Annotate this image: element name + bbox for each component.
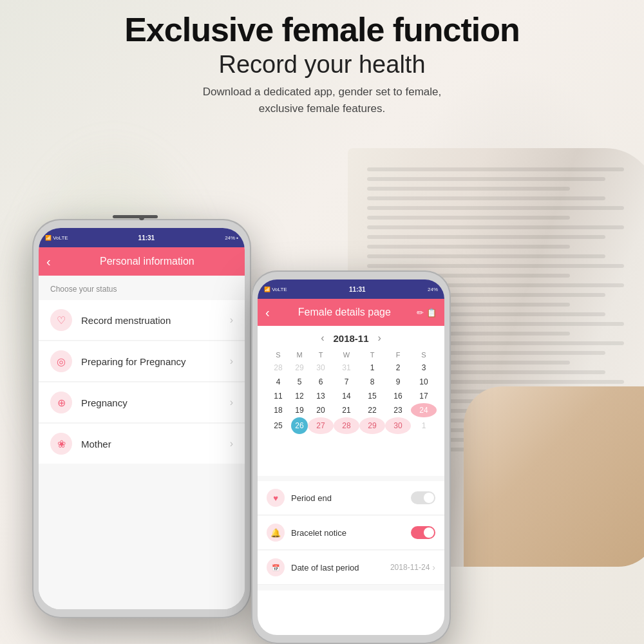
pregnancy-prep-icon <box>50 350 72 372</box>
cal-day[interactable]: 8 <box>359 375 385 389</box>
period-end-icon <box>267 489 285 507</box>
menu-item-preparing-for-pregnancy[interactable]: Preparing for Pregnancy › <box>39 341 245 382</box>
menu-item-pregnancy[interactable]: Pregnancy › <box>39 383 245 423</box>
day-header-t1: T <box>308 349 334 361</box>
period-end-toggle[interactable] <box>411 491 435 504</box>
cal-day[interactable]: 16 <box>385 389 411 403</box>
cal-day[interactable]: 9 <box>385 375 411 389</box>
page-title: Exclusive female function <box>0 12 644 48</box>
cal-day[interactable]: 23 <box>385 403 411 417</box>
left-status-signal: 📶 VoLTE <box>45 235 68 241</box>
left-header-bar: ‹ Personal information <box>39 247 245 276</box>
cal-day[interactable]: 6 <box>308 375 334 389</box>
bracelet-notice-toggle[interactable] <box>411 526 435 539</box>
calendar-icon[interactable]: 📋 <box>426 308 437 317</box>
left-header-title: Personal information <box>57 256 237 267</box>
left-status-time: 11:31 <box>138 234 155 242</box>
left-status-battery: 24% ▪ <box>225 235 238 241</box>
cal-day[interactable]: 28 <box>265 361 291 375</box>
right-status-signal: 📶 VoLTE <box>264 287 287 292</box>
cal-day[interactable]: 11 <box>265 389 291 403</box>
cal-day-28[interactable]: 28 <box>334 417 359 434</box>
menu-label-pregnancy: Pregnancy <box>81 397 230 408</box>
cal-week-2: 4 5 6 7 8 9 10 <box>265 375 437 389</box>
left-phone-screen: 📶 VoLTE 11:31 24% ▪ ‹ Personal informati… <box>39 228 245 609</box>
right-status-time: 11:31 <box>349 286 366 293</box>
cal-week-1: 28 29 30 31 1 2 3 <box>265 361 437 375</box>
detail-item-last-period-date[interactable]: Date of last period 2018-11-24 › <box>258 551 444 585</box>
right-back-button[interactable]: ‹ <box>265 305 270 320</box>
period-end-label: Period end <box>291 493 411 503</box>
right-header-title: Female details page <box>276 307 413 318</box>
cal-day[interactable]: 21 <box>334 403 359 417</box>
cal-day[interactable]: 3 <box>411 361 437 375</box>
cal-day[interactable]: 13 <box>308 389 334 403</box>
cal-day[interactable]: 19 <box>291 403 308 417</box>
speaker-bar <box>113 215 158 218</box>
cal-day[interactable]: 15 <box>359 389 385 403</box>
calendar-grid: S M T W T F S 28 29 30 <box>265 349 437 434</box>
cal-day[interactable]: 14 <box>334 389 359 403</box>
cal-day-30[interactable]: 30 <box>385 417 411 434</box>
day-header-m: M <box>291 349 308 361</box>
chevron-right-icon-2: › <box>230 355 233 367</box>
cal-day[interactable]: 12 <box>291 389 308 403</box>
last-period-date-icon <box>267 558 285 576</box>
cal-week-5: 25 26 27 28 29 30 1 <box>265 417 437 434</box>
cal-day[interactable]: 30 <box>308 361 334 375</box>
right-status-bar: 📶 VoLTE 11:31 24% <box>258 279 444 299</box>
cal-day[interactable]: 1 <box>359 361 385 375</box>
cal-day[interactable]: 31 <box>334 361 359 375</box>
left-back-button[interactable]: ‹ <box>46 254 51 269</box>
cal-day[interactable]: 20 <box>308 403 334 417</box>
cal-day[interactable]: 7 <box>334 375 359 389</box>
day-header-s2: S <box>411 349 437 361</box>
header: Exclusive female function Record your he… <box>0 12 644 117</box>
right-header-bar: ‹ Female details page ✏ 📋 <box>258 299 444 326</box>
cal-day[interactable]: 2 <box>385 361 411 375</box>
last-period-chevron-icon: › <box>432 562 435 573</box>
book-hand <box>464 386 644 567</box>
cal-day-27[interactable]: 27 <box>308 417 334 434</box>
detail-item-period-end[interactable]: Period end <box>258 481 444 515</box>
cal-week-4: 18 19 20 21 22 23 24 <box>265 403 437 417</box>
menu-label-mother: Mother <box>81 439 230 450</box>
cal-day-24[interactable]: 24 <box>411 403 437 417</box>
cal-day[interactable]: 18 <box>265 403 291 417</box>
calendar-prev-button[interactable]: ‹ <box>312 332 333 344</box>
right-status-battery: 24% <box>428 287 438 292</box>
day-header-t2: T <box>359 349 385 361</box>
right-phone: 📶 VoLTE 11:31 24% ‹ Female details page … <box>251 270 451 644</box>
left-phone-body: 📶 VoLTE 11:31 24% ▪ ‹ Personal informati… <box>32 219 251 618</box>
cal-day-29[interactable]: 29 <box>359 417 385 434</box>
left-phone: 📶 VoLTE 11:31 24% ▪ ‹ Personal informati… <box>32 219 251 618</box>
cal-day[interactable]: 10 <box>411 375 437 389</box>
cal-day[interactable]: 29 <box>291 361 308 375</box>
page-description: Download a dedicated app, gender set to … <box>0 84 644 117</box>
menu-item-record-menstruation[interactable]: Record menstruation › <box>39 300 245 341</box>
chevron-right-icon-4: › <box>230 438 233 450</box>
last-period-date-value: 2018-11-24 <box>390 563 430 572</box>
calendar-month-nav: ‹ 2018-11 › <box>265 332 437 344</box>
menu-label-preparing-for-pregnancy: Preparing for Pregnancy <box>81 356 230 367</box>
cal-day[interactable]: 1 <box>411 417 437 434</box>
cal-day-today[interactable]: 26 <box>291 417 308 434</box>
cal-day[interactable]: 4 <box>265 375 291 389</box>
menu-item-mother[interactable]: Mother › <box>39 424 245 464</box>
cal-day[interactable]: 25 <box>265 417 291 434</box>
detail-item-bracelet-notice[interactable]: Bracelet notice <box>258 516 444 550</box>
detail-items-container: Period end Bracelet notice Date of last … <box>258 476 444 591</box>
edit-icon[interactable]: ✏ <box>417 308 424 317</box>
cal-day[interactable]: 22 <box>359 403 385 417</box>
cal-day[interactable]: 5 <box>291 375 308 389</box>
cal-day[interactable]: 17 <box>411 389 437 403</box>
left-phone-content: Choose your status Record menstruation ›… <box>39 276 245 609</box>
menstruation-icon <box>50 309 72 331</box>
mother-icon <box>50 433 72 455</box>
bracelet-notice-label: Bracelet notice <box>291 528 411 538</box>
calendar-next-button[interactable]: › <box>369 332 390 344</box>
cal-week-3: 11 12 13 14 15 16 17 <box>265 389 437 403</box>
chevron-right-icon: › <box>230 314 233 326</box>
pregnancy-icon <box>50 392 72 413</box>
camera-dot <box>139 215 144 220</box>
